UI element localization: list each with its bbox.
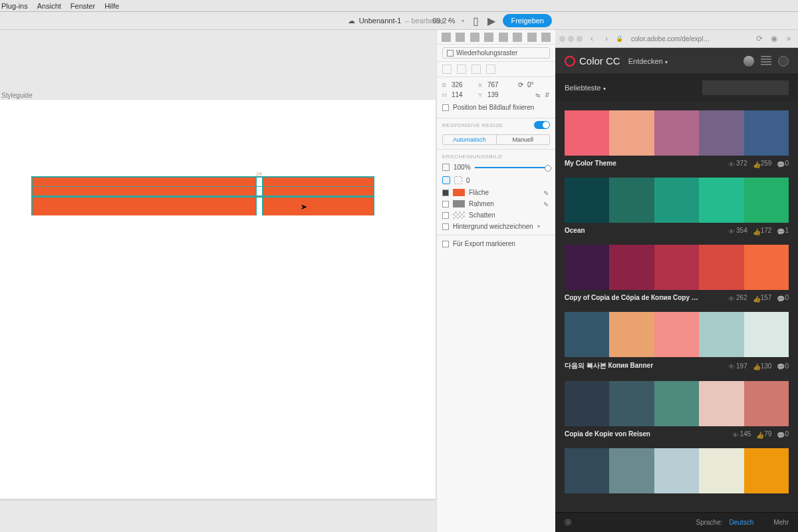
menu-help[interactable]: Hilfe — [104, 2, 119, 10]
eyedropper-icon[interactable]: ✎ — [543, 190, 550, 196]
comments-stat[interactable]: 💬0 — [777, 294, 789, 301]
eyedropper-icon[interactable]: ✎ — [543, 201, 550, 207]
play-icon[interactable]: ▶ — [487, 16, 496, 25]
search-input[interactable] — [702, 80, 789, 95]
menu-window[interactable]: Fenster — [70, 2, 95, 10]
likes-stat[interactable]: 👍79 — [756, 430, 771, 438]
theme-swatches[interactable] — [565, 448, 789, 493]
boolean-subtract-icon[interactable] — [457, 65, 466, 74]
stroke-checkbox[interactable] — [442, 201, 449, 207]
url-bar[interactable]: color.adobe.com/de/expl… — [627, 34, 750, 44]
x-input[interactable]: 767 — [487, 81, 510, 88]
theme-item[interactable]: Copy of Copia de Cópia de Копия Copy … 👁… — [565, 245, 789, 301]
doc-name[interactable]: Unbenannt-1 — [359, 17, 402, 25]
theme-list[interactable]: My Color Theme 👁372 👍259 💬0 Ocean 👁354 👍… — [555, 101, 798, 512]
fill-checkbox[interactable] — [442, 190, 449, 196]
corner-same-icon[interactable] — [442, 176, 450, 184]
corner-radius-input[interactable]: 0 — [466, 177, 470, 184]
colorcc-footer: Ⓑ Sprache: Deutsch Mehr — [555, 512, 798, 532]
likes-stat[interactable]: 👍259 — [753, 160, 772, 167]
blur-checkbox[interactable] — [442, 223, 449, 230]
export-checkbox[interactable] — [442, 241, 449, 247]
chevron-down-icon[interactable]: ▾ — [462, 18, 464, 24]
seg-auto[interactable]: Automatisch — [443, 135, 496, 144]
repeat-grid-object[interactable] — [31, 176, 374, 215]
boolean-intersect-icon[interactable] — [471, 65, 481, 74]
responsive-toggle[interactable] — [534, 121, 550, 129]
cc-icon[interactable] — [778, 56, 789, 66]
reload-icon[interactable]: ⟳ — [754, 33, 765, 44]
fix-scroll-checkbox[interactable] — [442, 104, 449, 111]
artboard[interactable]: 24 ➤ — [0, 100, 436, 499]
align-left-icon[interactable] — [442, 33, 451, 42]
theme-name: 다음의 복사본 Копия Banner — [565, 361, 653, 370]
views-stat: 👁354 — [728, 227, 747, 234]
seg-manual[interactable]: Manuell — [496, 135, 550, 144]
theme-item[interactable]: Copia de Kopie von Reisen 👁145 👍79 💬0 — [565, 381, 789, 438]
theme-swatches[interactable] — [565, 245, 789, 290]
align-right-icon[interactable] — [470, 33, 479, 42]
zoom-level[interactable]: 69,2 % — [432, 17, 455, 25]
avatar[interactable] — [743, 56, 754, 66]
distribute-v-icon[interactable] — [541, 33, 551, 42]
apps-grid-icon[interactable] — [761, 56, 771, 66]
theme-item[interactable] — [565, 448, 789, 493]
artboard-label[interactable]: Styleguide — [1, 92, 33, 99]
colorcc-logo[interactable]: Color CC — [565, 55, 620, 66]
sort-dropdown[interactable]: Beliebteste ▾ — [565, 84, 606, 92]
menu-plugins[interactable]: Plug-ins — [1, 2, 28, 10]
mehr-link[interactable]: Mehr — [773, 519, 789, 526]
flip-v-icon[interactable]: ⇵ — [545, 92, 550, 98]
resize-mode-segment[interactable]: Automatisch Manuell — [442, 134, 550, 145]
canvas[interactable]: Styleguide 24 ➤ — [0, 30, 436, 532]
theme-name: My Color Theme — [565, 160, 616, 167]
likes-stat[interactable]: 👍130 — [753, 362, 772, 370]
width-input[interactable]: 326 — [452, 81, 474, 88]
theme-item[interactable]: 다음의 복사본 Копия Banner 👁197 👍130 💬0 — [565, 312, 789, 370]
theme-item[interactable]: Ocean 👁354 👍172 💬1 — [565, 178, 789, 234]
entdecken-dropdown[interactable]: Entdecken ▾ — [628, 57, 668, 65]
extension-icon[interactable]: ◉ — [769, 33, 779, 44]
align-center-v-icon[interactable] — [499, 33, 508, 42]
rotation-input[interactable]: 0° — [527, 81, 550, 88]
align-bottom-icon[interactable] — [513, 33, 522, 42]
chevron-down-icon[interactable]: ▾ — [537, 223, 540, 229]
comments-stat[interactable]: 💬0 — [777, 430, 789, 438]
opacity-slider[interactable] — [475, 167, 550, 168]
forward-icon[interactable]: › — [601, 33, 612, 44]
more-icon[interactable]: » — [783, 33, 794, 44]
theme-item[interactable]: My Color Theme 👁372 👍259 💬0 — [565, 110, 789, 167]
height-input[interactable]: 114 — [452, 91, 474, 98]
boolean-add-icon[interactable] — [442, 65, 452, 74]
traffic-lights[interactable] — [559, 36, 583, 42]
shadow-swatch[interactable] — [453, 211, 465, 219]
theme-swatches[interactable] — [565, 178, 789, 223]
corner-independent-icon[interactable] — [454, 176, 462, 184]
theme-swatches[interactable] — [565, 381, 789, 426]
distribute-h-icon[interactable] — [527, 33, 537, 42]
align-top-icon[interactable] — [484, 33, 493, 42]
comments-stat[interactable]: 💬1 — [777, 227, 789, 234]
opacity-value[interactable]: 100% — [454, 164, 471, 171]
behance-icon[interactable]: Ⓑ — [565, 518, 571, 527]
fill-swatch[interactable] — [453, 189, 465, 196]
rotate-icon[interactable]: ⟳ — [518, 81, 523, 88]
device-preview-icon[interactable]: ▯ — [471, 16, 480, 25]
boolean-exclude-icon[interactable] — [486, 65, 495, 74]
back-icon[interactable]: ‹ — [587, 33, 597, 44]
flip-h-icon[interactable]: ⇋ — [535, 92, 541, 98]
shadow-checkbox[interactable] — [442, 212, 449, 219]
menu-view[interactable]: Ansicht — [37, 2, 61, 10]
theme-swatches[interactable] — [565, 312, 789, 357]
align-center-h-icon[interactable] — [456, 33, 465, 42]
likes-stat[interactable]: 👍172 — [753, 227, 772, 234]
repeat-grid-button[interactable]: Wiederholungsraster — [442, 47, 550, 59]
lang-value[interactable]: Deutsch — [730, 519, 754, 526]
theme-swatches[interactable] — [565, 110, 789, 156]
share-button[interactable]: Freigeben — [503, 14, 552, 27]
likes-stat[interactable]: 👍157 — [753, 294, 772, 301]
stroke-swatch[interactable] — [453, 200, 465, 207]
comments-stat[interactable]: 💬0 — [777, 362, 789, 370]
comments-stat[interactable]: 💬0 — [777, 160, 789, 167]
y-input[interactable]: 139 — [487, 91, 510, 98]
